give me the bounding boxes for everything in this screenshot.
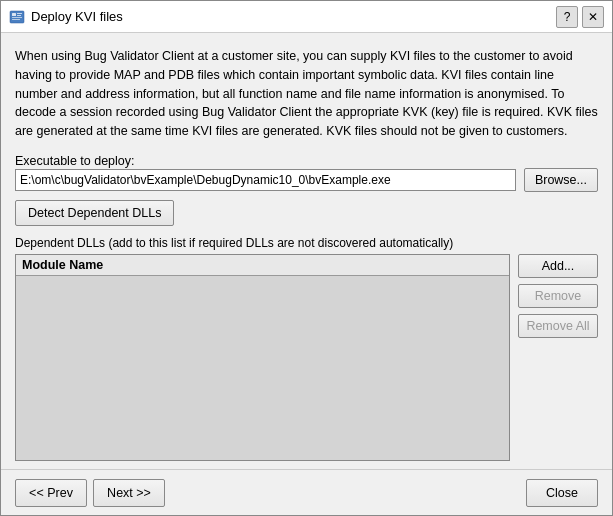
svg-rect-3 xyxy=(17,15,21,16)
next-button[interactable]: Next >> xyxy=(93,479,165,507)
svg-rect-1 xyxy=(12,13,16,16)
dll-section-label: Dependent DLLs (add to this list if requ… xyxy=(15,236,598,250)
executable-input[interactable] xyxy=(15,169,516,191)
dll-list-container[interactable]: Module Name xyxy=(15,254,510,461)
main-window: Deploy KVI files ? ✕ When using Bug Vali… xyxy=(0,0,613,516)
help-button[interactable]: ? xyxy=(556,6,578,28)
dll-table: Module Name xyxy=(16,255,509,276)
close-title-button[interactable]: ✕ xyxy=(582,6,604,28)
svg-rect-5 xyxy=(12,19,20,20)
dll-side-buttons: Add... Remove Remove All xyxy=(518,254,598,461)
dll-area: Module Name Add... Remove Remove All xyxy=(15,254,598,461)
title-bar: Deploy KVI files ? ✕ xyxy=(1,1,612,33)
dll-section: Dependent DLLs (add to this list if requ… xyxy=(15,236,598,461)
detect-dlls-button[interactable]: Detect Dependent DLLs xyxy=(15,200,174,226)
close-button[interactable]: Close xyxy=(526,479,598,507)
footer: << Prev Next >> Close xyxy=(1,469,612,515)
description-text: When using Bug Validator Client at a cus… xyxy=(15,47,598,141)
remove-button[interactable]: Remove xyxy=(518,284,598,308)
add-button[interactable]: Add... xyxy=(518,254,598,278)
svg-rect-4 xyxy=(12,17,22,18)
column-header-module: Module Name xyxy=(16,255,509,276)
svg-rect-2 xyxy=(17,13,22,14)
footer-left: << Prev Next >> xyxy=(15,479,526,507)
executable-label-row: Executable to deploy: xyxy=(15,153,598,168)
prev-button[interactable]: << Prev xyxy=(15,479,87,507)
title-controls: ? ✕ xyxy=(556,6,604,28)
remove-all-button[interactable]: Remove All xyxy=(518,314,598,338)
executable-row: Browse... xyxy=(15,168,598,192)
window-title: Deploy KVI files xyxy=(31,9,556,24)
browse-button[interactable]: Browse... xyxy=(524,168,598,192)
footer-right: Close xyxy=(526,479,598,507)
content-area: When using Bug Validator Client at a cus… xyxy=(1,33,612,469)
executable-label: Executable to deploy: xyxy=(15,154,135,168)
window-icon xyxy=(9,9,25,25)
detect-row: Detect Dependent DLLs xyxy=(15,200,598,226)
